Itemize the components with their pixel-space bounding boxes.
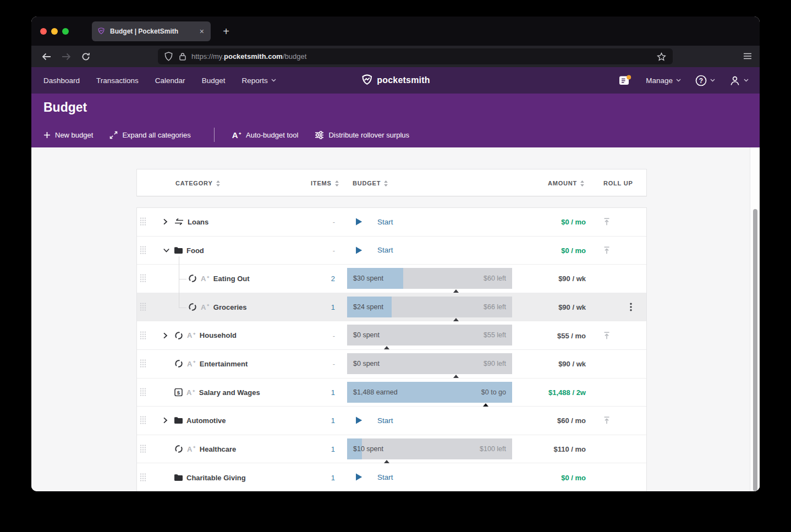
- menu-hamburger-icon[interactable]: [743, 53, 752, 59]
- drag-handle[interactable]: [140, 246, 146, 255]
- drag-handle[interactable]: [140, 359, 146, 368]
- account-menu[interactable]: [729, 75, 749, 86]
- category-cell[interactable]: Food: [174, 246, 204, 254]
- chevron-right-icon[interactable]: [163, 218, 168, 226]
- budget-cell[interactable]: $24 spent $66 left: [347, 297, 512, 317]
- drag-handle[interactable]: [140, 416, 146, 425]
- refresh-icon[interactable]: [80, 51, 92, 63]
- items-count[interactable]: 1: [302, 416, 335, 425]
- budget-cell[interactable]: $0 spent $55 left: [347, 325, 512, 345]
- category-cell[interactable]: Loans: [174, 218, 208, 226]
- url-bar[interactable]: https://my.pocketsmith.com/budget: [158, 48, 673, 64]
- sort-icon[interactable]: [335, 180, 339, 187]
- minimize-window-button[interactable]: [51, 28, 58, 35]
- category-cell[interactable]: A✦Entertainment: [174, 359, 248, 368]
- items-count[interactable]: 2: [302, 275, 335, 283]
- sort-icon[interactable]: [580, 180, 584, 187]
- start-budget-link[interactable]: Start: [377, 246, 393, 254]
- table-row-household[interactable]: A✦Household- $0 spent $55 left $55 / mo: [137, 321, 646, 350]
- drag-handle[interactable]: [140, 388, 146, 397]
- manage-menu[interactable]: Manage: [646, 76, 681, 85]
- column-header-items[interactable]: ITEMS: [311, 169, 339, 197]
- table-row-charitable-giving[interactable]: Charitable Giving1 Start $0 / mo: [137, 463, 646, 491]
- play-icon[interactable]: [355, 473, 362, 481]
- start-budget-link[interactable]: Start: [377, 416, 393, 425]
- table-row-food[interactable]: Food- Start $0 / mo: [137, 237, 646, 265]
- chevron-right-icon[interactable]: [163, 332, 168, 339]
- help-menu[interactable]: ?: [695, 75, 715, 86]
- items-count[interactable]: 1: [302, 303, 335, 311]
- budget-cell[interactable]: $10 spent $100 left: [347, 438, 512, 459]
- bookmark-star-icon[interactable]: [657, 52, 666, 61]
- back-icon[interactable]: [40, 51, 52, 63]
- items-count[interactable]: 1: [302, 388, 335, 396]
- budget-cell[interactable]: $1,488 earned $0 to go: [347, 382, 512, 403]
- lock-icon[interactable]: [179, 52, 186, 61]
- start-budget-link[interactable]: Start: [377, 473, 393, 481]
- budget-progress-bar[interactable]: $24 spent $66 left: [347, 297, 512, 317]
- budget-cell[interactable]: $0 spent $90 left: [347, 353, 512, 374]
- drag-handle[interactable]: [140, 217, 146, 226]
- scrollbar-track[interactable]: [750, 147, 760, 491]
- whats-new-icon[interactable]: [619, 75, 631, 86]
- table-row-loans[interactable]: Loans- Start $0 / mo: [137, 208, 646, 237]
- zoom-window-button[interactable]: [62, 28, 69, 35]
- scrollbar-thumb[interactable]: [753, 209, 757, 491]
- nav-item-reports[interactable]: Reports: [241, 76, 276, 85]
- budget-progress-bar[interactable]: $0 spent $55 left: [347, 325, 512, 345]
- expand-all-categories-button[interactable]: Expand all categories: [109, 131, 190, 139]
- category-cell[interactable]: Automotive: [174, 416, 226, 425]
- sort-icon[interactable]: [216, 180, 220, 187]
- drag-handle[interactable]: [140, 274, 146, 283]
- column-header-amount[interactable]: AMOUNT: [548, 169, 584, 197]
- sort-icon[interactable]: [384, 180, 388, 187]
- forward-icon[interactable]: [60, 51, 72, 63]
- play-icon[interactable]: [355, 217, 362, 226]
- column-header-budget[interactable]: BUDGET: [353, 169, 388, 197]
- table-row-groceries[interactable]: A✦Groceries1 $24 spent $66 left $90 / wk: [137, 293, 646, 322]
- auto-budget-tool-button[interactable]: A✦Auto-budget tool: [232, 131, 299, 139]
- chevron-down-icon[interactable]: [163, 248, 170, 253]
- distribute-rollover-surplus-button[interactable]: Distribute rollover surplus: [315, 131, 409, 139]
- rollup-pin-icon[interactable]: [602, 331, 611, 340]
- category-cell[interactable]: $A✦Salary and Wages: [174, 388, 260, 396]
- tracking-shield-icon[interactable]: [164, 52, 173, 61]
- drag-handle[interactable]: [140, 331, 146, 340]
- table-row-eating-out[interactable]: A✦Eating Out2 $30 spent $60 left $90 / w…: [137, 265, 646, 293]
- browser-tab[interactable]: Budget | PocketSmith ×: [92, 21, 211, 41]
- nav-item-calendar[interactable]: Calendar: [155, 76, 185, 85]
- tab-close-icon[interactable]: ×: [199, 27, 205, 36]
- table-row-automotive[interactable]: Automotive1 Start $60 / mo: [137, 407, 646, 435]
- budget-progress-bar[interactable]: $0 spent $90 left: [347, 353, 512, 374]
- column-header-category[interactable]: CATEGORY: [175, 169, 220, 197]
- rollup-pin-icon[interactable]: [602, 416, 611, 425]
- budget-cell[interactable]: $30 spent $60 left: [347, 268, 512, 289]
- table-row-salary-and-wages[interactable]: $A✦Salary and Wages1 $1,488 earned $0 to…: [137, 379, 646, 407]
- budget-progress-bar[interactable]: $30 spent $60 left: [347, 268, 512, 289]
- drag-handle[interactable]: [140, 445, 146, 453]
- category-cell[interactable]: A✦Healthcare: [174, 445, 236, 453]
- nav-item-budget[interactable]: Budget: [202, 76, 226, 85]
- pocketsmith-logo[interactable]: pocketsmith: [361, 74, 430, 86]
- items-count[interactable]: 1: [302, 473, 335, 481]
- budget-progress-bar[interactable]: $10 spent $100 left: [347, 438, 512, 459]
- category-cell[interactable]: A✦Eating Out: [188, 274, 250, 283]
- category-cell[interactable]: Charitable Giving: [174, 473, 246, 481]
- category-cell[interactable]: A✦Household: [174, 331, 237, 340]
- drag-handle[interactable]: [140, 473, 146, 482]
- table-row-healthcare[interactable]: A✦Healthcare1 $10 spent $100 left $110 /…: [137, 435, 646, 464]
- budget-progress-bar[interactable]: $1,488 earned $0 to go: [347, 382, 512, 403]
- nav-item-transactions[interactable]: Transactions: [96, 76, 139, 85]
- nav-item-dashboard[interactable]: Dashboard: [43, 76, 80, 85]
- new-budget-button[interactable]: New budget: [43, 131, 93, 139]
- close-window-button[interactable]: [40, 28, 47, 35]
- play-icon[interactable]: [355, 416, 362, 425]
- items-count[interactable]: 1: [302, 445, 335, 453]
- drag-handle[interactable]: [140, 303, 146, 311]
- table-row-entertainment[interactable]: A✦Entertainment- $0 spent $90 left $90 /…: [137, 350, 646, 379]
- start-budget-link[interactable]: Start: [377, 218, 393, 226]
- chevron-right-icon[interactable]: [163, 417, 168, 424]
- new-tab-button[interactable]: +: [218, 24, 234, 39]
- rollup-pin-icon[interactable]: [602, 246, 611, 255]
- kebab-menu-icon[interactable]: [630, 303, 632, 311]
